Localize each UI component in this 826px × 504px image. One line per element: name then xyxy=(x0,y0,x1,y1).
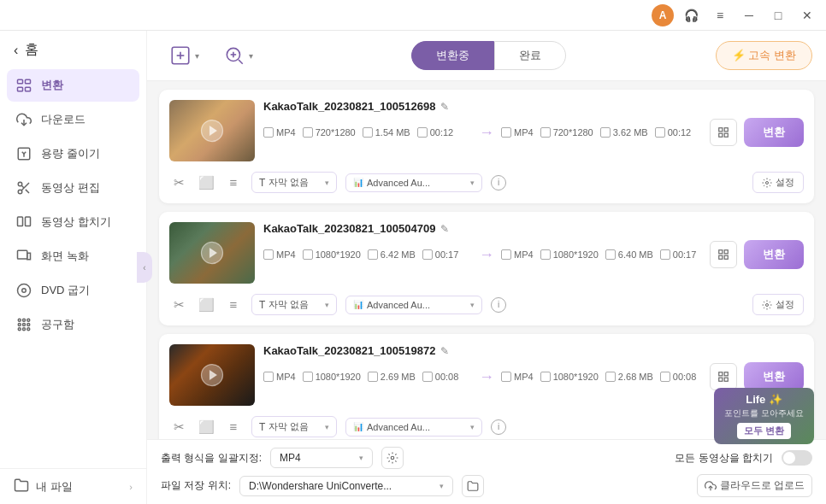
sidebar-my-files[interactable]: 내 파일 › xyxy=(0,468,146,504)
browse-folder-button[interactable] xyxy=(462,475,484,497)
edit-name-icon[interactable]: ✎ xyxy=(440,101,449,113)
sidebar-collapse-button[interactable]: ‹ xyxy=(137,252,152,283)
svg-rect-45 xyxy=(724,255,728,259)
subtitle-value: 자막 없음 xyxy=(268,176,309,189)
svg-point-40 xyxy=(766,181,769,184)
maximize-button[interactable]: □ xyxy=(766,3,790,27)
arrow-right-icon: → xyxy=(472,368,501,386)
duration-icon xyxy=(660,372,670,382)
sidebar-item-label: DVD 굽기 xyxy=(41,283,90,298)
source-meta: MP4 1080*1920 6.42 MB xyxy=(263,249,472,260)
src-duration: 00:17 xyxy=(422,249,459,260)
toolbar-right: ⚡ 고속 변환 xyxy=(716,41,812,70)
file-info: KakaoTalk_20230821_100519872 ✎ MP4 xyxy=(263,344,804,391)
svg-point-7 xyxy=(18,182,22,186)
output-settings-button[interactable] xyxy=(710,241,737,268)
settings-button[interactable]: 설정 xyxy=(752,294,804,315)
dst-format: MP4 xyxy=(501,372,534,382)
close-button[interactable]: ✕ xyxy=(795,3,819,27)
tab-converting[interactable]: 변환중 xyxy=(411,41,494,70)
audio-icon: 📊 xyxy=(353,300,363,309)
avatar-icon[interactable]: A xyxy=(652,4,674,26)
dst-resolution: 1080*1920 xyxy=(540,372,599,382)
info-button[interactable]: i xyxy=(491,175,506,190)
src-duration: 00:12 xyxy=(417,127,454,138)
save-path-select[interactable]: D:\Wondershare UniConverte... ▾ xyxy=(239,476,453,496)
dst-resolution: 720*1280 xyxy=(540,127,593,138)
sidebar-item-dvd[interactable]: DVD 굽기 xyxy=(7,274,139,307)
sidebar-item-record[interactable]: 화면 녹화 xyxy=(7,240,139,273)
tab-done[interactable]: 완료 xyxy=(494,41,566,70)
crop-icon[interactable]: ⬜ xyxy=(197,175,215,190)
arrow-right-icon: → xyxy=(472,124,501,142)
file-card-top: KakaoTalk_20230821_100512698 ✎ MP4 xyxy=(169,100,804,161)
add-url-button[interactable]: ▾ xyxy=(215,39,262,72)
edit-name-icon[interactable]: ✎ xyxy=(440,223,449,235)
output-settings-button[interactable] xyxy=(710,119,737,146)
svg-point-47 xyxy=(766,303,769,306)
sidebar-item-download[interactable]: 다운로드 xyxy=(7,103,139,136)
watermark-convert-button[interactable]: 모두 변환 xyxy=(737,423,791,439)
subtitle-select[interactable]: T 자막 없음 ▾ xyxy=(251,416,337,437)
format-settings-button[interactable] xyxy=(381,447,404,469)
info-button[interactable]: i xyxy=(491,297,506,313)
info-button[interactable]: i xyxy=(491,419,506,435)
audio-select[interactable]: 📊 Advanced Au... ▾ xyxy=(345,418,482,437)
scissors-icon xyxy=(15,179,32,196)
output-settings-button[interactable] xyxy=(710,363,737,390)
svg-rect-37 xyxy=(724,128,728,132)
crop-icon[interactable]: ⬜ xyxy=(197,419,215,435)
folder-icon xyxy=(14,478,29,495)
src-resolution: 1080*1920 xyxy=(303,249,361,260)
headset-icon[interactable]: 🎧 xyxy=(679,3,703,27)
cut-icon[interactable]: ✂ xyxy=(169,419,188,435)
resolution-icon xyxy=(540,249,551,260)
src-resolution: 1080*1920 xyxy=(303,372,361,382)
menu-icon[interactable]: ≡ xyxy=(708,3,732,27)
watermark-title: Life ✨ xyxy=(746,393,782,406)
title-bar-icons: A 🎧 ≡ ─ □ ✕ xyxy=(652,3,819,27)
subtitle-select[interactable]: T 자막 없음 ▾ xyxy=(251,294,337,315)
dst-resolution: 1080*1920 xyxy=(540,249,599,260)
convert-button[interactable]: 변환 xyxy=(744,118,804,147)
right-actions: 변환 xyxy=(710,240,804,269)
add-file-button[interactable]: ▾ xyxy=(161,39,208,72)
sidebar-item-tools[interactable]: 공구함 xyxy=(7,308,139,341)
sidebar-item-merge[interactable]: 동영상 합치기 xyxy=(7,206,139,238)
subtitle-select[interactable]: T 자막 없음 ▾ xyxy=(251,172,337,193)
src-size: 1.54 MB xyxy=(363,127,410,138)
high-speed-button[interactable]: ⚡ 고속 변환 xyxy=(716,41,812,70)
dvd-icon xyxy=(15,282,32,299)
svg-rect-3 xyxy=(26,87,31,91)
my-files-label: 내 파일 xyxy=(36,479,73,495)
minimize-button[interactable]: ─ xyxy=(737,3,761,27)
cut-icon[interactable]: ✂ xyxy=(169,175,188,190)
convert-button[interactable]: 변환 xyxy=(744,362,804,391)
sidebar-back[interactable]: ‹ 홈 xyxy=(0,34,146,69)
merge-toggle[interactable] xyxy=(782,450,812,466)
toolbar-left: ▾ ▾ xyxy=(161,39,262,72)
sidebar-item-convert[interactable]: 변환 xyxy=(7,69,139,102)
more-icon[interactable]: ≡ xyxy=(224,419,243,434)
settings-button[interactable]: 설정 xyxy=(752,172,804,193)
more-icon[interactable]: ≡ xyxy=(224,297,243,312)
crop-icon[interactable]: ⬜ xyxy=(197,297,215,313)
format-select[interactable]: MP4 ▾ xyxy=(270,448,373,468)
cut-icon[interactable]: ✂ xyxy=(169,297,188,313)
file-info: KakaoTalk_20230821_100504709 ✎ MP4 xyxy=(263,222,804,269)
upload-button[interactable]: 클라우드로 업로드 xyxy=(697,474,812,497)
dest-meta: MP4 1080*1920 2.68 MB xyxy=(501,372,710,382)
watermark-overlay: Life ✨ 포인트를 모아주세요 모두 변환 xyxy=(714,388,814,444)
file-card-bottom: ✂ ⬜ ≡ T 자막 없음 ▾ 📊 Advanced Au... ▾ i xyxy=(169,290,804,315)
more-icon[interactable]: ≡ xyxy=(224,175,243,190)
convert-button[interactable]: 변환 xyxy=(744,240,804,269)
file-thumbnail xyxy=(169,344,255,406)
sidebar-item-compress[interactable]: 용량 줄이기 xyxy=(7,138,139,170)
svg-rect-13 xyxy=(26,217,31,226)
audio-chevron: ▾ xyxy=(470,301,475,309)
sidebar-item-edit[interactable]: 동영상 편집 xyxy=(7,172,139,204)
audio-select[interactable]: 📊 Advanced Au... ▾ xyxy=(345,173,482,192)
dst-format: MP4 xyxy=(501,249,534,260)
edit-name-icon[interactable]: ✎ xyxy=(440,345,449,357)
audio-select[interactable]: 📊 Advanced Au... ▾ xyxy=(345,296,482,314)
